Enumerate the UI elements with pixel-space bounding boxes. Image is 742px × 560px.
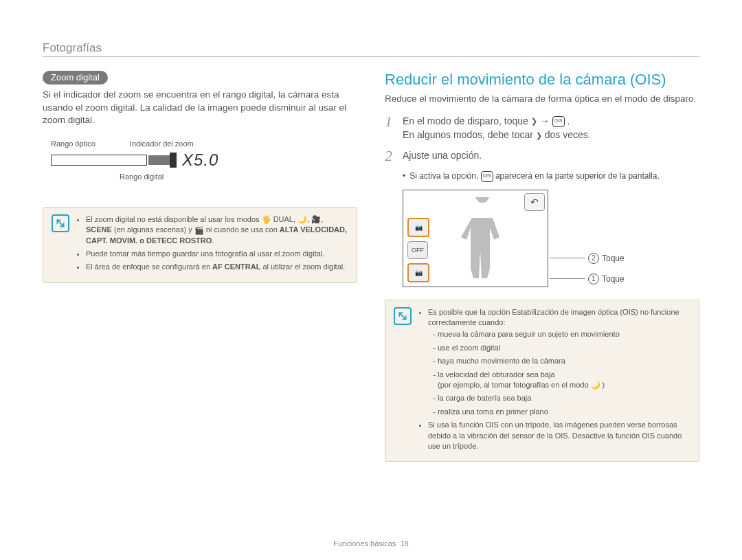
ois-off-icon: OIS [552,116,565,127]
circled-number: 2 [588,253,599,264]
step-1: 1 En el modo de disparo, toque → OIS . E… [385,114,699,142]
zoom-value: X5.0 [182,150,218,170]
zoom-indicator-label: Indicador del zoom [130,139,194,148]
section-title: Reducir el movimiento de la cámara (OIS) [385,71,699,89]
note-item: Puede tomar más tiempo guardar una fotog… [86,249,348,259]
back-button[interactable]: ↶ [524,193,545,211]
right-column: Reducir el movimiento de la cámara (OIS)… [385,71,699,462]
note-subitem: realiza una toma en primer plano [438,407,690,417]
ois-intro: Reduce el movimiento de la cámara de for… [385,93,699,106]
ois-indicator-icon: OIS [481,171,493,182]
video-icon: 🎬 [194,227,204,234]
camera-screen: ↶ 📷 OFF 📷 [403,190,548,287]
circled-number: 1 [588,273,599,284]
note-item: El zoom digital no está disponible al us… [86,214,348,246]
screen-illustration: ↶ 📷 OFF 📷 2 Toque [403,190,595,287]
note-subitem: la carga de batería sea baja [438,393,690,403]
note-box-left: El zoom digital no está disponible al us… [43,207,357,283]
callout-2: 2 Toque [550,253,625,264]
note-icon [394,307,412,325]
note-box-right: Es posible que la opción Estabilización … [385,300,699,462]
note-item: El área de enfoque se configurará en AF … [86,262,348,272]
scene-bold: SCENE [86,225,112,234]
zoom-indicator-marker [170,153,177,168]
ois-toggle[interactable]: 📷 [407,263,429,282]
optical-range-bar [51,155,147,166]
ois-on-option[interactable]: 📷 [407,218,429,237]
step-2: 2 Ajuste una opción. [385,148,699,164]
note-subitem: la velocidad del obturador sea baja (por… [438,370,690,391]
optical-range-label: Rango óptico [51,139,95,148]
step-number: 1 [385,114,397,142]
digital-range-bar [148,155,172,165]
note-subitem: haya mucho movimiento de la cámara [438,356,690,366]
ois-off-option[interactable]: OFF [407,241,428,259]
zoom-diagram: Rango óptico Indicador del zoom X5.0 Ran… [51,139,229,194]
page-header: Fotografías [43,41,699,57]
note-icon [52,214,69,232]
mode-icons: 🖐 DUAL, 🌙, 🎥, [262,215,324,223]
person-silhouette [451,197,513,280]
digital-range-label: Rango digital [120,172,229,181]
step-number: 2 [385,148,397,164]
note-subitem: mueva la cámara para seguir un sujeto en… [438,329,690,339]
note-item: Es posible que la opción Estabilización … [428,307,690,418]
note-item: Si usa la función OIS con un trípode, la… [428,420,690,451]
page-footer: Funciones básicas 18 [0,539,742,548]
zoom-digital-label: Zoom digital [43,71,108,85]
chevron-icon [531,117,537,125]
callout-1: 1 Toque [550,273,625,284]
step-2-sub: • Si activa la opción, OIS aparecerá en … [403,170,699,182]
zoom-intro-text: Si el indicador del zoom se encuentra en… [43,89,357,127]
chevron-icon [536,132,542,139]
note-subitem: use el zoom digital [438,343,690,353]
left-column: Zoom digital Si el indicador del zoom se… [43,71,357,462]
